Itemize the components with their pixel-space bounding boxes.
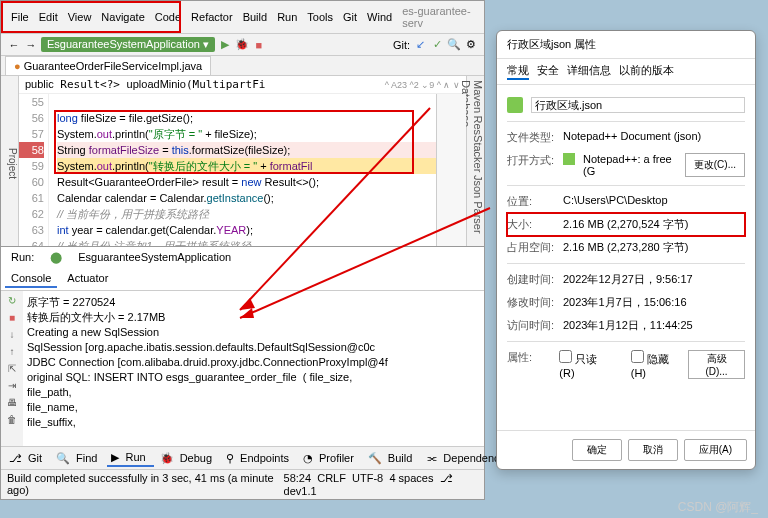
minimap[interactable] xyxy=(436,94,466,246)
tab-security[interactable]: 安全 xyxy=(537,63,559,80)
loc-label: 位置: xyxy=(507,194,555,209)
ide-window: File Edit View Navigate Code Refactor Bu… xyxy=(0,0,485,500)
wrap-icon[interactable]: ⇥ xyxy=(5,380,19,394)
back-icon[interactable]: ← xyxy=(7,38,21,52)
inspection-hints[interactable]: ^ A23 ^2 ⌄9 ^ ∧ ∨ xyxy=(385,80,460,90)
rerun-icon[interactable]: ↻ xyxy=(5,295,19,309)
up-icon[interactable]: ↑ xyxy=(5,346,19,360)
disk-value: 2.16 MB (2,273,280 字节) xyxy=(563,240,745,255)
loc-value: C:\Users\PC\Desktop xyxy=(563,194,745,209)
file-icon xyxy=(507,97,523,113)
accessed-label: 访问时间: xyxy=(507,318,555,333)
forward-icon[interactable]: → xyxy=(24,38,38,52)
readonly-checkbox[interactable]: 只读(R) xyxy=(559,350,608,379)
trash-icon[interactable]: 🗑 xyxy=(5,414,19,428)
settings-icon[interactable]: ⚙ xyxy=(464,38,478,52)
open-label: 打开方式: xyxy=(507,153,555,177)
dialog-body: 文件类型:Notepad++ Document (json) 打开方式:Note… xyxy=(497,85,755,430)
dialog-buttons: 确定 取消 应用(A) xyxy=(497,430,755,469)
left-sidebar[interactable]: Project xyxy=(1,76,19,246)
attr-label: 属性: xyxy=(507,350,551,379)
debug-icon[interactable]: 🐞 xyxy=(235,38,249,52)
tab-label: GuaranteeOrderFileServiceImpl.java xyxy=(24,60,203,72)
java-icon: ● xyxy=(14,60,21,72)
cancel-button[interactable]: 取消 xyxy=(628,439,678,461)
print-icon[interactable]: 🖶 xyxy=(5,397,19,411)
created-value: 2022年12月27日，9:56:17 xyxy=(563,272,745,287)
size-label: 大小: xyxy=(507,217,555,232)
change-button[interactable]: 更改(C)... xyxy=(685,153,745,177)
menu-run[interactable]: Run xyxy=(273,9,301,25)
git-label: Git: xyxy=(393,39,410,51)
status-bar: Build completed successfully in 3 sec, 4… xyxy=(1,469,484,499)
tab-debug[interactable]: 🐞 Debug xyxy=(156,449,220,467)
git-update-icon[interactable]: ↙ xyxy=(413,38,427,52)
tab-build[interactable]: 🔨 Build xyxy=(364,449,420,467)
type-value: Notepad++ Document (json) xyxy=(563,130,745,145)
run-icon[interactable]: ▶ xyxy=(218,38,232,52)
run-label: Run: xyxy=(5,249,40,266)
tab-details[interactable]: 详细信息 xyxy=(567,63,611,80)
status-msg: Build completed successfully in 3 sec, 4… xyxy=(7,472,284,497)
advanced-button[interactable]: 高级(D)... xyxy=(688,350,745,379)
console-tab[interactable]: Console xyxy=(5,270,57,288)
menu-tools[interactable]: Tools xyxy=(303,9,337,25)
run-config[interactable]: EsguaranteeSystemApplication ▾ xyxy=(41,37,215,52)
toolbar: ← → EsguaranteeSystemApplication ▾ ▶ 🐞 ■… xyxy=(1,34,484,56)
tab-find[interactable]: 🔍 Find xyxy=(52,449,105,467)
highlight-box-code xyxy=(54,110,414,174)
watermark: CSDN @阿辉_ xyxy=(678,499,758,516)
editor-tab[interactable]: ●GuaranteeOrderFileServiceImpl.java xyxy=(5,56,211,75)
properties-dialog: 行政区域json 属性 常规 安全 详细信息 以前的版本 文件类型:Notepa… xyxy=(496,30,756,470)
editor-tabs: ●GuaranteeOrderFileServiceImpl.java xyxy=(1,56,484,76)
tab-general[interactable]: 常规 xyxy=(507,63,529,80)
run-tab-app[interactable]: EsguaranteeSystemApplication xyxy=(72,249,237,266)
menu-build[interactable]: Build xyxy=(239,9,271,25)
breakpoint[interactable]: 58 xyxy=(19,142,44,158)
tab-git[interactable]: ⎇ Git xyxy=(5,449,50,467)
hidden-checkbox[interactable]: 隐藏(H) xyxy=(631,350,680,379)
project-name: es-guarantee-serv xyxy=(398,3,478,31)
modified-label: 修改时间: xyxy=(507,295,555,310)
disk-label: 占用空间: xyxy=(507,240,555,255)
menu-git[interactable]: Git xyxy=(339,9,361,25)
run-panel-tabs: Run: ⬤ EsguaranteeSystemApplication xyxy=(1,247,484,268)
menu-window[interactable]: Wind xyxy=(363,9,396,25)
right-sidebar[interactable]: Maven ResStacker Json Parser Database xyxy=(466,76,484,246)
stop-icon[interactable]: ■ xyxy=(252,38,266,52)
search-icon[interactable]: 🔍 xyxy=(447,38,461,52)
dialog-title: 行政区域json 属性 xyxy=(497,31,755,59)
modified-value: 2023年1月7日，15:06:16 xyxy=(563,295,745,310)
tab-endpoints[interactable]: ⚲ Endpoints xyxy=(222,449,297,467)
type-label: 文件类型: xyxy=(507,130,555,145)
run-panel: Run: ⬤ EsguaranteeSystemApplication Cons… xyxy=(1,246,484,446)
size-value: 2.16 MB (2,270,524 字节) xyxy=(563,217,745,232)
down-icon[interactable]: ↓ xyxy=(5,329,19,343)
tab-previous[interactable]: 以前的版本 xyxy=(619,63,674,80)
tab-profiler[interactable]: ◔ Profiler xyxy=(299,449,362,467)
accessed-value: 2023年1月12日，11:44:25 xyxy=(563,318,745,333)
export-icon[interactable]: ⇱ xyxy=(5,363,19,377)
notepad-icon xyxy=(563,153,575,165)
open-value: Notepad++: a free (G xyxy=(583,153,677,177)
apply-button[interactable]: 应用(A) xyxy=(684,439,747,461)
actuator-tab[interactable]: Actuator xyxy=(61,270,114,288)
created-label: 创建时间: xyxy=(507,272,555,287)
tab-run[interactable]: ▶ Run xyxy=(107,449,153,467)
filename-input[interactable] xyxy=(531,97,745,113)
ok-button[interactable]: 确定 xyxy=(572,439,622,461)
git-commit-icon[interactable]: ✓ xyxy=(430,38,444,52)
gutter[interactable]: 555657 58 596061 626364 6566 xyxy=(19,94,49,246)
dialog-tabs: 常规 安全 详细信息 以前的版本 xyxy=(497,59,755,85)
menu-refactor[interactable]: Refactor xyxy=(187,9,237,25)
method-signature-bar: public Result<?> uploadMinio(MultipartFi… xyxy=(19,76,466,94)
stop-icon[interactable]: ■ xyxy=(5,312,19,326)
bottom-toolbar: ⎇ Git 🔍 Find ▶ Run 🐞 Debug ⚲ Endpoints ◔… xyxy=(1,446,484,469)
